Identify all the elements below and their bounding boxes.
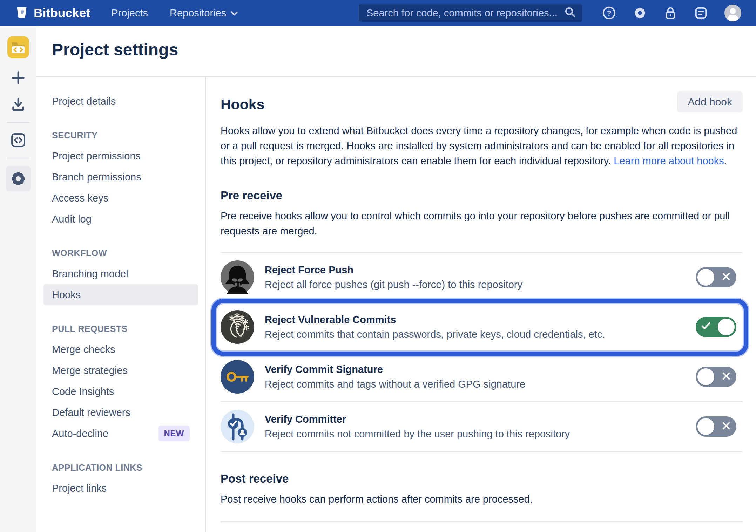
create-plus-icon[interactable]: [8, 68, 28, 88]
hook-row-verify-committer: Verify Committer Reject commits not comm…: [221, 402, 743, 452]
learn-more-link[interactable]: Learn more about hooks: [614, 155, 724, 166]
bitbucket-project-settings-page: Bitbucket Projects Repositories ?: [0, 0, 756, 532]
hook-row-reject-force-push: Reject Force Push Reject all force pushe…: [221, 253, 743, 302]
chevron-down-icon: [230, 7, 238, 19]
settings-gear-icon[interactable]: [633, 6, 647, 20]
hook-name: Reject Force Push: [265, 264, 522, 276]
bitbucket-bucket-icon: [15, 6, 28, 20]
pre-receive-description: Pre receive hooks allow you to control w…: [221, 209, 743, 239]
pre-receive-title: Pre receive: [221, 189, 743, 202]
add-hook-button[interactable]: Add hook: [677, 91, 743, 112]
nav-item-auto-decline[interactable]: Auto-decline NEW: [43, 423, 198, 444]
post-receive-title: Post receive: [221, 472, 743, 485]
hook-toggle[interactable]: [696, 416, 736, 437]
svg-text:?: ?: [607, 9, 611, 18]
page-title: Project settings: [52, 40, 756, 59]
hooks-intro: Hooks allow you to extend what Bitbucket…: [221, 123, 743, 169]
nav-section-application-links: APPLICATION LINKS: [43, 457, 198, 478]
nav-item-branch-permissions[interactable]: Branch permissions: [43, 166, 198, 187]
rail-divider: [7, 158, 29, 158]
nav-item-project-permissions[interactable]: Project permissions: [43, 145, 198, 166]
nav-projects[interactable]: Projects: [111, 7, 148, 19]
hook-description: Reject commits that contain passwords, p…: [265, 329, 605, 340]
project-avatar-folder-code[interactable]: [7, 36, 29, 58]
hook-name: Verify Commit Signature: [265, 364, 525, 375]
pre-receive-hook-list: Reject Force Push Reject all force pushe…: [221, 252, 743, 452]
hook-toggle[interactable]: [696, 317, 736, 337]
topbar-icon-group: ?: [602, 5, 741, 21]
hook-name: Reject Vulnerable Commits: [265, 314, 605, 326]
nav-item-project-details[interactable]: Project details: [43, 91, 198, 112]
download-icon[interactable]: [8, 95, 28, 114]
top-nav-links: Projects Repositories: [111, 7, 238, 19]
nav-item-hooks[interactable]: Hooks: [43, 284, 198, 305]
toggle-knob: [697, 269, 714, 286]
code-icon[interactable]: [8, 130, 28, 150]
settings-nav: Project details SECURITY Project permiss…: [36, 77, 206, 532]
nav-item-access-keys[interactable]: Access keys: [43, 187, 198, 209]
search-icon[interactable]: [564, 6, 576, 20]
nav-repositories[interactable]: Repositories: [170, 7, 238, 19]
hook-description: Reject commits and tags without a verifi…: [265, 378, 525, 390]
app-icon-rail: [0, 26, 36, 532]
hook-name: Verify Committer: [265, 414, 570, 425]
top-navigation-bar: Bitbucket Projects Repositories ?: [0, 0, 756, 26]
nav-item-branching-model[interactable]: Branching model: [43, 263, 198, 284]
post-receive-description: Post receive hooks can perform actions a…: [221, 492, 743, 507]
nav-section-workflow: WORKFLOW: [43, 243, 198, 263]
hook-row-reject-vulnerable-commits: Reject Vulnerable Commits Reject commits…: [221, 302, 743, 352]
hook-description: Reject commits not committed by the user…: [265, 428, 570, 440]
nav-item-merge-checks[interactable]: Merge checks: [43, 339, 198, 360]
nav-item-project-links[interactable]: Project links: [43, 478, 198, 499]
hook-toggle[interactable]: [696, 367, 736, 387]
nav-item-default-reviewers[interactable]: Default reviewers: [43, 402, 198, 423]
settings-gear-icon[interactable]: [6, 166, 31, 191]
medusa-avatar: [221, 310, 254, 344]
hook-toggle[interactable]: [696, 267, 736, 287]
nav-section-security: SECURITY: [43, 125, 198, 145]
new-badge: NEW: [158, 426, 190, 441]
help-icon[interactable]: ?: [602, 6, 616, 20]
nav-item-audit-log[interactable]: Audit log: [43, 209, 198, 230]
toggle-knob: [697, 368, 714, 385]
toggle-knob: [697, 418, 714, 435]
key-avatar: [221, 360, 254, 394]
nav-section-pull-requests: PULL REQUESTS: [43, 319, 198, 339]
hook-row-verify-commit-signature: Verify Commit Signature Reject commits a…: [221, 352, 743, 402]
search-input[interactable]: [366, 7, 564, 19]
brand-name: Bitbucket: [34, 6, 90, 20]
user-avatar[interactable]: [724, 5, 741, 21]
nav-item-code-insights[interactable]: Code Insights: [43, 381, 198, 402]
post-receive-divider: [221, 521, 743, 522]
rail-divider: [7, 122, 29, 123]
hooks-content: Hooks Add hook Hooks allow you to extend…: [206, 77, 756, 532]
page-header: Project settings: [36, 26, 756, 77]
bitbucket-logo[interactable]: Bitbucket: [15, 6, 90, 20]
hook-description: Reject all force pushes (git push --forc…: [265, 279, 522, 291]
global-search[interactable]: [358, 4, 583, 22]
committer-graph-avatar: [221, 410, 254, 443]
toggle-knob: [718, 319, 735, 335]
nav-item-merge-strategies[interactable]: Merge strategies: [43, 360, 198, 381]
hooks-heading: Hooks: [221, 96, 264, 113]
vader-avatar: [221, 260, 254, 294]
lock-icon[interactable]: [663, 6, 677, 20]
feedback-icon[interactable]: [694, 6, 708, 20]
